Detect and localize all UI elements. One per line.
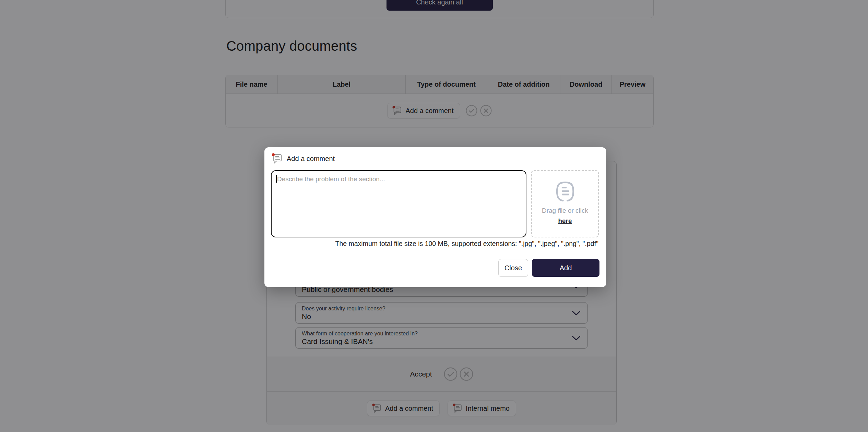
close-button[interactable]: Close [498,259,528,277]
add-comment-modal: Add a comment Drag file or click here Th… [264,147,606,287]
modal-title: Add a comment [287,155,335,163]
dropzone-text: Drag file or click [542,207,588,214]
file-icon [555,181,576,202]
file-dropzone[interactable]: Drag file or click here [531,170,599,237]
add-button[interactable]: Add [532,259,599,277]
dropzone-here-link[interactable]: here [558,217,572,225]
comment-textarea[interactable] [271,170,526,237]
modal-title-row: Add a comment [271,153,335,164]
comment-textarea-wrap [271,170,526,237]
file-size-info: The maximum total file size is 100 MB, s… [283,240,598,248]
comment-icon [271,153,283,164]
modal-footer: Close Add [498,259,599,277]
text-caret [276,175,277,183]
